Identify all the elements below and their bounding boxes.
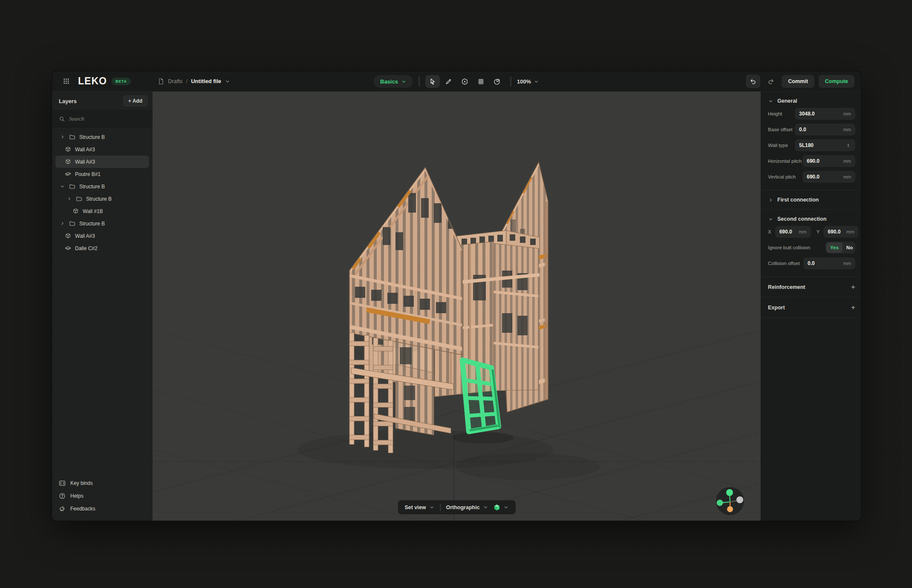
layer-row-slab[interactable]: Dalle C#2 — [55, 242, 149, 254]
chevron-right-icon[interactable] — [66, 196, 72, 202]
chevron-right-icon[interactable] — [60, 134, 65, 140]
app-grid-icon[interactable] — [60, 75, 72, 88]
zoom-level: 100% — [517, 78, 531, 85]
search-input[interactable] — [69, 115, 129, 122]
undo-button[interactable] — [746, 75, 760, 88]
viewport-3d[interactable]: Set view Orthographic — [153, 92, 761, 521]
general-section-header[interactable]: General — [768, 98, 855, 104]
feedbacks-button[interactable]: Feedbacks — [59, 505, 146, 512]
second-connection-section: Second connection X 690.0 mm Y 690.0 mm … — [761, 210, 861, 277]
layer-row-structure-nested[interactable]: Structure B — [55, 193, 149, 205]
orientation-gizmo[interactable] — [716, 487, 744, 515]
layer-row-structure[interactable]: Structure B — [55, 131, 149, 143]
tool-group — [425, 75, 505, 88]
reinforcement-header[interactable]: Reinforcement + — [768, 283, 855, 291]
first-connection-section: First connection — [761, 190, 861, 210]
layer-row-wall-selected[interactable]: Wall A#3 — [55, 156, 149, 168]
y-value: 690.0 — [828, 229, 844, 235]
collision-offset-input[interactable]: 0.0 mm — [803, 257, 855, 269]
unit-label: mm — [846, 229, 854, 234]
layer-row-wall-nested[interactable]: Wall #1B — [55, 205, 149, 217]
gizmo-axis-x[interactable] — [717, 500, 723, 506]
first-connection-header[interactable]: First connection — [768, 197, 855, 203]
gizmo-axis-origin[interactable] — [727, 506, 733, 512]
wall-type-select[interactable]: 5L180 — [795, 139, 855, 151]
second-connection-header[interactable]: Second connection — [768, 216, 855, 222]
gizmo-axis-z[interactable] — [736, 496, 743, 503]
breadcrumb-folder[interactable]: Drafts — [168, 78, 183, 84]
chevron-down-icon[interactable] — [225, 78, 231, 84]
helps-button[interactable]: Helps — [59, 493, 146, 499]
select-tool-button[interactable] — [425, 75, 440, 88]
file-icon — [158, 78, 165, 85]
toggle-no[interactable]: No — [843, 245, 857, 250]
chevron-right-icon — [768, 197, 773, 203]
x-input[interactable]: 690.0 mm — [775, 226, 811, 238]
add-layer-button[interactable]: + Add — [123, 95, 147, 107]
add-reinforcement-button[interactable]: + — [851, 283, 855, 291]
draw-tool-button[interactable] — [442, 75, 456, 88]
vertical-pitch-input[interactable]: 690.0 mm — [802, 171, 855, 183]
ignore-butt-collision-toggle[interactable]: Yes No — [825, 242, 855, 254]
stack-tool-button[interactable] — [474, 75, 488, 88]
layer-row-structure-open[interactable]: Structure B — [55, 180, 149, 193]
sidebar-footer: Key binds Helps Feedbacks — [52, 474, 153, 521]
layer-row-wall[interactable]: Wall A#3 — [55, 230, 149, 242]
ignore-butt-collision-label: Ignore butt collision — [768, 245, 825, 250]
unit-label: mm — [843, 261, 851, 266]
mode-button[interactable]: Basics — [374, 75, 413, 88]
unit-label: mm — [799, 229, 806, 234]
interior-stud-walls — [364, 242, 540, 397]
chevron-down-icon — [401, 79, 407, 84]
shading-dropdown[interactable] — [494, 504, 509, 511]
height-value: 3048.0 — [799, 111, 841, 117]
commit-button[interactable]: Commit — [782, 75, 814, 88]
toolbar-divider — [418, 76, 420, 86]
chevron-down-icon — [483, 504, 488, 510]
vertical-pitch-value: 690.0 — [807, 174, 841, 180]
set-view-dropdown[interactable]: Set view — [404, 504, 434, 510]
node-tool-button[interactable] — [458, 75, 472, 88]
projection-dropdown[interactable]: Orthographic — [446, 504, 488, 510]
chevron-down-icon — [503, 504, 509, 510]
left-gable-wall — [346, 164, 466, 360]
sidebar-title: Layers — [59, 98, 123, 104]
layer-label: Structure B — [86, 196, 112, 202]
search-bar[interactable] — [52, 110, 153, 127]
structure-shadow — [455, 453, 600, 480]
stepper-icon[interactable] — [846, 143, 851, 148]
topbar-right: Commit Compute — [746, 75, 854, 88]
chevron-right-icon[interactable] — [60, 221, 65, 226]
base-offset-input[interactable]: 0.0 mm — [795, 124, 855, 135]
height-input[interactable]: 3048.0 mm — [795, 108, 855, 120]
horizontal-pitch-input[interactable]: 690.0 mm — [802, 155, 855, 167]
layer-row-wall[interactable]: Wall A#3 — [55, 143, 149, 156]
stats-tool-button[interactable] — [490, 75, 505, 88]
horizontal-pitch-label: Horizontal pitch — [768, 159, 802, 164]
height-label: Height — [768, 111, 795, 116]
export-header[interactable]: Export + — [768, 304, 855, 311]
main-area: Layers + Add Structure B Wall A#3 — [52, 92, 861, 521]
chevron-down-icon[interactable] — [60, 184, 65, 189]
layer-label: Structure B — [79, 134, 105, 140]
layer-row-beam[interactable]: Poutre B#1 — [55, 168, 149, 180]
horizontal-pitch-value: 690.0 — [807, 158, 841, 164]
section-title: General — [777, 98, 797, 104]
redo-button[interactable] — [765, 75, 777, 88]
floor-grid — [153, 330, 761, 521]
gizmo-axis-y[interactable] — [726, 489, 733, 496]
y-input[interactable]: 690.0 mm — [823, 226, 858, 238]
key-binds-button[interactable]: Key binds — [59, 480, 146, 487]
chevron-down-icon — [534, 79, 539, 84]
properties-panel: General Height 3048.0 mm Base offset 0.0… — [761, 92, 861, 521]
general-section: General Height 3048.0 mm Base offset 0.0… — [761, 92, 861, 190]
add-export-button[interactable]: + — [851, 304, 855, 311]
layers-sidebar: Layers + Add Structure B Wall A#3 — [52, 92, 153, 521]
front-beam — [351, 368, 453, 390]
zoom-control[interactable]: 100% — [517, 78, 539, 85]
compute-button[interactable]: Compute — [819, 75, 854, 88]
layer-row-structure[interactable]: Structure B — [55, 217, 149, 230]
toggle-yes[interactable]: Yes — [826, 242, 843, 253]
view-toolbar-divider — [439, 504, 441, 511]
y-label: Y — [817, 229, 820, 234]
